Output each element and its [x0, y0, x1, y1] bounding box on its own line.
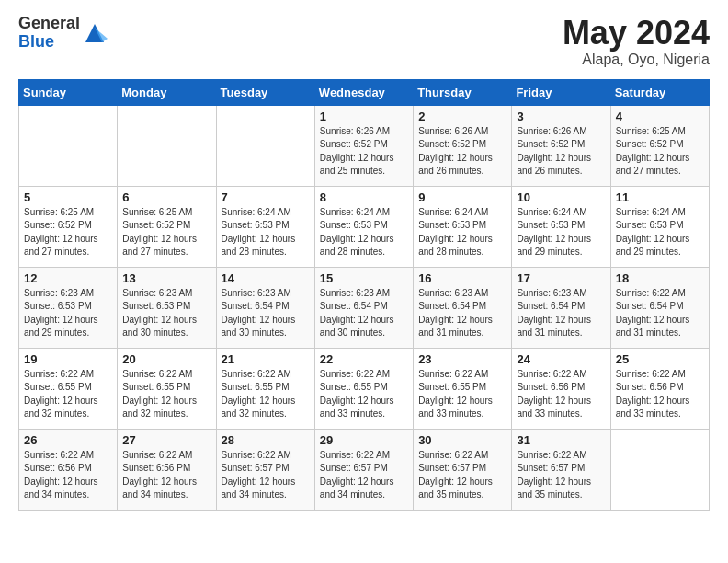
- day-info: Sunrise: 6:22 AM Sunset: 6:56 PM Dayligh…: [517, 368, 605, 421]
- day-info: Sunrise: 6:23 AM Sunset: 6:54 PM Dayligh…: [320, 287, 408, 340]
- day-info: Sunrise: 6:22 AM Sunset: 6:56 PM Dayligh…: [616, 368, 704, 421]
- day-info: Sunrise: 6:23 AM Sunset: 6:54 PM Dayligh…: [418, 287, 506, 340]
- logo-general: General: [18, 15, 80, 33]
- day-number: 1: [320, 109, 408, 123]
- day-number: 13: [122, 271, 210, 285]
- calendar-cell: [216, 105, 314, 186]
- page: General Blue May 2024 Alapa, Oyo, Nigeri…: [0, 0, 728, 563]
- day-number: 4: [616, 109, 704, 123]
- header-day-friday: Friday: [512, 79, 610, 105]
- day-info: Sunrise: 6:26 AM Sunset: 6:52 PM Dayligh…: [418, 125, 506, 178]
- logo-blue: Blue: [18, 33, 80, 52]
- header-day-wednesday: Wednesday: [314, 79, 413, 105]
- week-row-4: 26Sunrise: 6:22 AM Sunset: 6:56 PM Dayli…: [19, 429, 710, 510]
- calendar-cell: [118, 105, 216, 186]
- day-info: Sunrise: 6:22 AM Sunset: 6:55 PM Dayligh…: [24, 368, 112, 421]
- header-day-sunday: Sunday: [19, 79, 118, 105]
- calendar-cell: 19Sunrise: 6:22 AM Sunset: 6:55 PM Dayli…: [19, 348, 118, 429]
- week-row-2: 12Sunrise: 6:23 AM Sunset: 6:53 PM Dayli…: [19, 267, 710, 348]
- header-row: SundayMondayTuesdayWednesdayThursdayFrid…: [19, 79, 710, 105]
- calendar-cell: 15Sunrise: 6:23 AM Sunset: 6:54 PM Dayli…: [314, 267, 413, 348]
- day-number: 5: [24, 190, 112, 204]
- title-location: Alapa, Oyo, Nigeria: [563, 52, 710, 68]
- day-info: Sunrise: 6:23 AM Sunset: 6:53 PM Dayligh…: [24, 287, 112, 340]
- day-info: Sunrise: 6:22 AM Sunset: 6:55 PM Dayligh…: [122, 368, 210, 421]
- day-number: 7: [222, 190, 310, 204]
- day-info: Sunrise: 6:25 AM Sunset: 6:52 PM Dayligh…: [616, 125, 704, 178]
- day-number: 26: [24, 433, 112, 447]
- day-info: Sunrise: 6:22 AM Sunset: 6:55 PM Dayligh…: [418, 368, 506, 421]
- day-info: Sunrise: 6:25 AM Sunset: 6:52 PM Dayligh…: [122, 206, 210, 259]
- day-number: 8: [320, 190, 408, 204]
- logo: General Blue: [18, 15, 108, 52]
- week-row-3: 19Sunrise: 6:22 AM Sunset: 6:55 PM Dayli…: [19, 348, 710, 429]
- day-number: 17: [517, 271, 605, 285]
- calendar-cell: 3Sunrise: 6:26 AM Sunset: 6:52 PM Daylig…: [512, 105, 610, 186]
- day-info: Sunrise: 6:22 AM Sunset: 6:57 PM Dayligh…: [517, 449, 605, 502]
- calendar-cell: [19, 105, 118, 186]
- day-info: Sunrise: 6:24 AM Sunset: 6:53 PM Dayligh…: [222, 206, 310, 259]
- calendar-cell: 30Sunrise: 6:22 AM Sunset: 6:57 PM Dayli…: [414, 429, 512, 510]
- calendar-cell: 16Sunrise: 6:23 AM Sunset: 6:54 PM Dayli…: [414, 267, 512, 348]
- day-info: Sunrise: 6:23 AM Sunset: 6:54 PM Dayligh…: [517, 287, 605, 340]
- calendar-cell: 28Sunrise: 6:22 AM Sunset: 6:57 PM Dayli…: [216, 429, 314, 510]
- calendar-cell: 13Sunrise: 6:23 AM Sunset: 6:53 PM Dayli…: [118, 267, 216, 348]
- day-info: Sunrise: 6:22 AM Sunset: 6:57 PM Dayligh…: [222, 449, 310, 502]
- day-number: 18: [616, 271, 704, 285]
- day-number: 31: [517, 433, 605, 447]
- calendar-cell: 17Sunrise: 6:23 AM Sunset: 6:54 PM Dayli…: [512, 267, 610, 348]
- day-info: Sunrise: 6:24 AM Sunset: 6:53 PM Dayligh…: [320, 206, 408, 259]
- day-number: 20: [122, 352, 210, 366]
- calendar-cell: 20Sunrise: 6:22 AM Sunset: 6:55 PM Dayli…: [118, 348, 216, 429]
- day-number: 11: [616, 190, 704, 204]
- day-number: 29: [320, 433, 408, 447]
- calendar-cell: 1Sunrise: 6:26 AM Sunset: 6:52 PM Daylig…: [314, 105, 413, 186]
- calendar-cell: 31Sunrise: 6:22 AM Sunset: 6:57 PM Dayli…: [512, 429, 610, 510]
- day-number: 10: [517, 190, 605, 204]
- week-row-0: 1Sunrise: 6:26 AM Sunset: 6:52 PM Daylig…: [19, 105, 710, 186]
- day-number: 21: [222, 352, 310, 366]
- day-number: 16: [418, 271, 506, 285]
- calendar-cell: 10Sunrise: 6:24 AM Sunset: 6:53 PM Dayli…: [512, 186, 610, 267]
- title-block: May 2024 Alapa, Oyo, Nigeria: [563, 15, 710, 68]
- calendar-cell: 6Sunrise: 6:25 AM Sunset: 6:52 PM Daylig…: [118, 186, 216, 267]
- day-info: Sunrise: 6:22 AM Sunset: 6:57 PM Dayligh…: [418, 449, 506, 502]
- title-month: May 2024: [563, 15, 710, 52]
- day-info: Sunrise: 6:22 AM Sunset: 6:55 PM Dayligh…: [320, 368, 408, 421]
- header-day-tuesday: Tuesday: [216, 79, 314, 105]
- day-info: Sunrise: 6:22 AM Sunset: 6:56 PM Dayligh…: [24, 449, 112, 502]
- day-number: 25: [616, 352, 704, 366]
- calendar-cell: 5Sunrise: 6:25 AM Sunset: 6:52 PM Daylig…: [19, 186, 118, 267]
- day-number: 2: [418, 109, 506, 123]
- logo-text: General Blue: [18, 15, 80, 52]
- calendar-cell: 22Sunrise: 6:22 AM Sunset: 6:55 PM Dayli…: [314, 348, 413, 429]
- day-info: Sunrise: 6:22 AM Sunset: 6:55 PM Dayligh…: [222, 368, 310, 421]
- day-info: Sunrise: 6:24 AM Sunset: 6:53 PM Dayligh…: [517, 206, 605, 259]
- calendar-cell: 14Sunrise: 6:23 AM Sunset: 6:54 PM Dayli…: [216, 267, 314, 348]
- day-number: 15: [320, 271, 408, 285]
- calendar-header: SundayMondayTuesdayWednesdayThursdayFrid…: [19, 79, 710, 105]
- day-number: 28: [222, 433, 310, 447]
- day-number: 24: [517, 352, 605, 366]
- calendar-cell: 9Sunrise: 6:24 AM Sunset: 6:53 PM Daylig…: [414, 186, 512, 267]
- day-number: 19: [24, 352, 112, 366]
- calendar-cell: 4Sunrise: 6:25 AM Sunset: 6:52 PM Daylig…: [610, 105, 709, 186]
- day-number: 22: [320, 352, 408, 366]
- calendar-cell: 29Sunrise: 6:22 AM Sunset: 6:57 PM Dayli…: [314, 429, 413, 510]
- calendar-cell: 11Sunrise: 6:24 AM Sunset: 6:53 PM Dayli…: [610, 186, 709, 267]
- day-info: Sunrise: 6:24 AM Sunset: 6:53 PM Dayligh…: [616, 206, 704, 259]
- calendar-cell: 8Sunrise: 6:24 AM Sunset: 6:53 PM Daylig…: [314, 186, 413, 267]
- calendar-table: SundayMondayTuesdayWednesdayThursdayFrid…: [18, 79, 710, 511]
- calendar-cell: 26Sunrise: 6:22 AM Sunset: 6:56 PM Dayli…: [19, 429, 118, 510]
- header-day-thursday: Thursday: [414, 79, 512, 105]
- day-info: Sunrise: 6:22 AM Sunset: 6:57 PM Dayligh…: [320, 449, 408, 502]
- calendar-cell: 25Sunrise: 6:22 AM Sunset: 6:56 PM Dayli…: [610, 348, 709, 429]
- calendar-cell: 7Sunrise: 6:24 AM Sunset: 6:53 PM Daylig…: [216, 186, 314, 267]
- day-info: Sunrise: 6:26 AM Sunset: 6:52 PM Dayligh…: [320, 125, 408, 178]
- day-number: 30: [418, 433, 506, 447]
- header: General Blue May 2024 Alapa, Oyo, Nigeri…: [18, 15, 710, 68]
- calendar-cell: 18Sunrise: 6:22 AM Sunset: 6:54 PM Dayli…: [610, 267, 709, 348]
- calendar-body: 1Sunrise: 6:26 AM Sunset: 6:52 PM Daylig…: [19, 105, 710, 510]
- header-day-monday: Monday: [118, 79, 216, 105]
- day-number: 14: [222, 271, 310, 285]
